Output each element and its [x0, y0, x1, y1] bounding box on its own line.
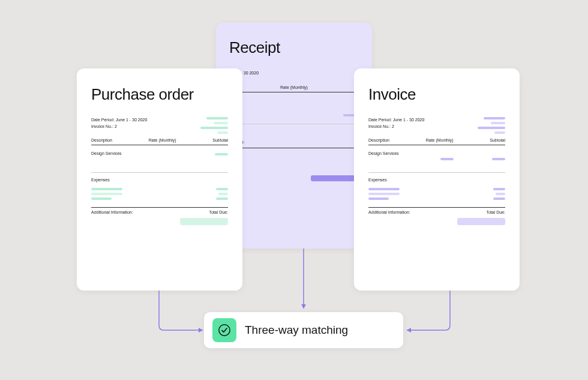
result-label: Three-way matching — [245, 324, 348, 337]
receipt-date: une 1 - 30 2020 — [229, 70, 359, 77]
invoice-card: Invoice Date Period: June 1 - 30 2020 In… — [354, 68, 520, 291]
check-icon — [212, 318, 236, 342]
inv-meta: Date Period: June 1 - 30 2020 Invoice No… — [368, 117, 505, 130]
po-design-label: Design Services — [91, 151, 228, 155]
inv-title: Invoice — [368, 85, 505, 104]
po-footer-row: Additional Information: Total Due: — [91, 207, 228, 214]
arrow-receipt-to-result — [299, 249, 311, 315]
arrow-po-to-result — [156, 291, 210, 333]
svg-point-0 — [219, 325, 230, 336]
po-title: Purchase order — [91, 85, 228, 104]
inv-design-label: Design Services — [368, 151, 505, 155]
inv-footer-row: Additional Information: Total Due: — [368, 207, 505, 214]
receipt-header-row: Rate (Monthly) — [229, 85, 359, 92]
arrow-inv-to-result — [401, 291, 455, 333]
po-col-sub: Subtotal — [212, 138, 228, 142]
inv-col-desc: Description — [368, 138, 389, 142]
po-header-row: Description Rate (Monthly) Subtotal — [91, 138, 228, 145]
inv-footer-right: Total Due: — [486, 210, 505, 214]
po-footer-right: Total Due: — [209, 210, 228, 214]
receipt-info-label: rmation: — [229, 140, 359, 144]
purchase-order-card: Purchase order Date Period: June 1 - 30 … — [77, 68, 242, 291]
receipt-col-rate: Rate (Monthly) — [280, 85, 308, 89]
inv-header-row: Description Rate (Monthly) Subtotal — [368, 138, 505, 145]
po-exp-label: Expenses — [91, 178, 228, 182]
po-col-desc: Description — [91, 138, 112, 142]
po-footer-left: Additional Information: — [91, 210, 133, 214]
inv-col-sub: Subtotal — [490, 138, 505, 142]
receipt-title: Receipt — [229, 38, 359, 57]
result-box: Three-way matching — [204, 312, 403, 348]
inv-footer-left: Additional Information: — [368, 210, 410, 214]
inv-col-rate: Rate (Monthly) — [426, 138, 454, 142]
inv-exp-label: Expenses — [368, 178, 505, 182]
po-meta: Date Period: June 1 - 30 2020 Invoice No… — [91, 117, 228, 130]
po-col-rate: Rate (Monthly) — [149, 138, 176, 142]
